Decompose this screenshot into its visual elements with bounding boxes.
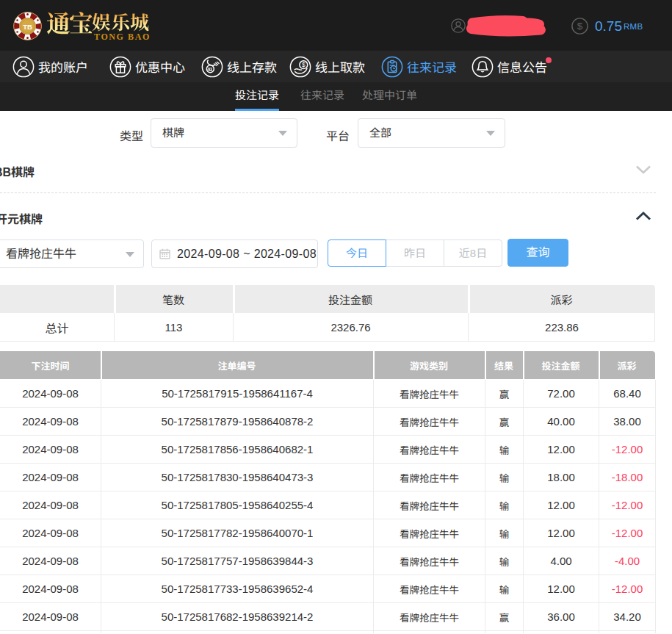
svg-text:TB: TB bbox=[23, 23, 32, 31]
svg-text:$: $ bbox=[302, 61, 306, 68]
svg-text:$: $ bbox=[577, 21, 583, 32]
